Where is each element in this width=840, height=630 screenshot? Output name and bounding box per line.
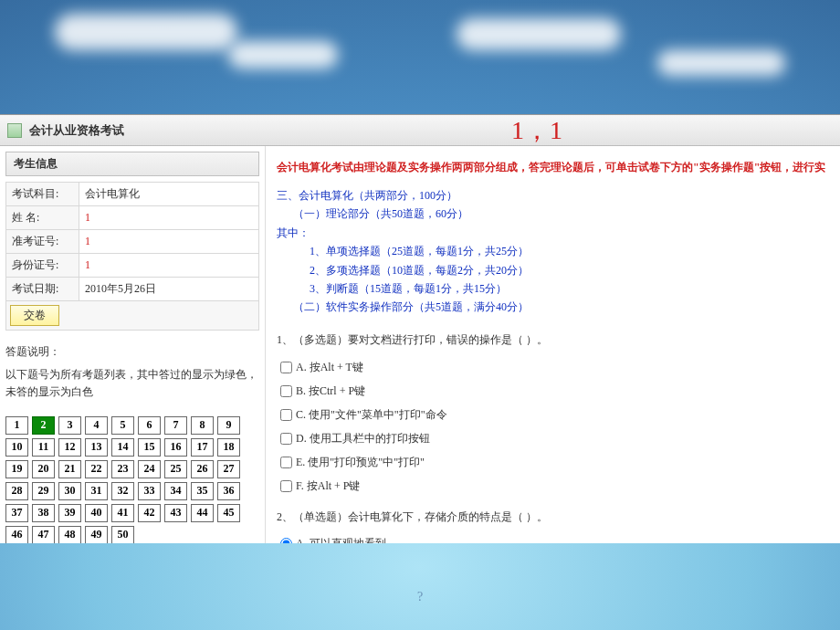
question-cell-34[interactable]: 34 (164, 482, 187, 500)
q1-checkbox-b[interactable] (280, 385, 292, 397)
submit-button[interactable]: 交卷 (10, 305, 59, 326)
question-cell-6[interactable]: 6 (138, 416, 161, 435)
question-cell-33[interactable]: 33 (138, 482, 161, 500)
row-name: 姓 名: 1 (6, 206, 259, 230)
question-cell-36[interactable]: 36 (217, 482, 240, 500)
question-grid: 1234567891011121314151617181920212223242… (5, 416, 259, 543)
question-cell-42[interactable]: 42 (138, 504, 161, 522)
struct-line-5: 2、多项选择题（10道题，每题2分，共20分） (277, 261, 829, 279)
background-clouds (0, 0, 840, 110)
left-panel: 考生信息 考试科目: 会计电算化 姓 名: 1 准考证号: 1 身份证号: 1 (0, 146, 265, 543)
question-cell-27[interactable]: 27 (217, 460, 240, 478)
question-cell-25[interactable]: 25 (164, 460, 187, 478)
question-cell-19[interactable]: 19 (5, 460, 28, 478)
red-marker: 1，1 (511, 113, 562, 148)
struct-line-4: 1、单项选择题（25道题，每题1分，共25分） (277, 242, 829, 260)
question-cell-24[interactable]: 24 (138, 460, 161, 478)
row-admission: 准考证号: 1 (6, 230, 259, 254)
q1-checkbox-a[interactable] (280, 362, 292, 373)
q1-option-a[interactable]: A. 按Alt + T键 (280, 360, 829, 375)
question-cell-15[interactable]: 15 (138, 438, 161, 457)
question-cell-21[interactable]: 21 (58, 460, 81, 478)
question-cell-48[interactable]: 48 (58, 526, 81, 543)
question-cell-45[interactable]: 45 (217, 504, 240, 522)
question-cell-2[interactable]: 2 (32, 416, 55, 435)
question-cell-47[interactable]: 47 (32, 526, 55, 543)
q1-option-b[interactable]: B. 按Ctrl + P键 (280, 383, 829, 399)
question-cell-11[interactable]: 11 (32, 438, 55, 457)
question-cell-23[interactable]: 23 (111, 460, 134, 478)
question-cell-9[interactable]: 9 (217, 416, 240, 435)
question-cell-35[interactable]: 35 (191, 482, 214, 500)
struct-line-6: 3、判断题（15道题，每题1分，共15分） (277, 279, 829, 298)
question-cell-10[interactable]: 10 (5, 438, 28, 457)
right-panel: 会计电算化考试由理论题及实务操作两两部分组成，答完理论题后，可单击试卷下方的"实… (265, 146, 840, 543)
value-date: 2010年5月26日 (79, 278, 259, 301)
question-cell-3[interactable]: 3 (58, 416, 81, 435)
content-area: 考生信息 考试科目: 会计电算化 姓 名: 1 准考证号: 1 身份证号: 1 (0, 146, 840, 543)
q1-option-e[interactable]: E. 使用"打印预览"中"打印" (280, 455, 829, 470)
q1-option-d[interactable]: D. 使用工具栏中的打印按钮 (280, 431, 829, 446)
question-cell-14[interactable]: 14 (111, 438, 134, 457)
label-admission: 准考证号: (6, 230, 79, 254)
window-title: 会计从业资格考试 (29, 122, 124, 139)
struct-line-3: 其中： (277, 224, 829, 242)
q1-checkbox-e[interactable] (280, 457, 292, 468)
question-cell-13[interactable]: 13 (85, 438, 108, 457)
question-cell-40[interactable]: 40 (85, 504, 108, 522)
question-cell-39[interactable]: 39 (58, 504, 81, 522)
question-cell-31[interactable]: 31 (85, 482, 108, 500)
question-cell-41[interactable]: 41 (111, 504, 134, 522)
question-cell-22[interactable]: 22 (85, 460, 108, 478)
question-cell-26[interactable]: 26 (191, 460, 214, 478)
question-cell-28[interactable]: 28 (5, 482, 28, 500)
question-cell-37[interactable]: 37 (5, 504, 28, 522)
q1-checkbox-f[interactable] (280, 480, 292, 492)
question-cell-46[interactable]: 46 (5, 526, 28, 543)
question-cell-38[interactable]: 38 (32, 504, 55, 522)
label-id: 身份证号: (6, 254, 79, 278)
question-cell-12[interactable]: 12 (58, 438, 81, 457)
exam-structure: 三、会计电算化（共两部分，100分） （一）理论部分（共50道题，60分） 其中… (277, 186, 829, 317)
row-submit: 交卷 (6, 301, 259, 331)
question-cell-50[interactable]: 50 (111, 526, 134, 543)
question-cell-1[interactable]: 1 (5, 416, 28, 435)
q1-option-f[interactable]: F. 按Alt + P键 (280, 478, 829, 494)
exam-window: 会计从业资格考试 1，1 考生信息 考试科目: 会计电算化 姓 名: 1 准考证… (0, 114, 840, 543)
q2-stem: 2、（单选题）会计电算化下，存储介质的特点是（ ）。 (277, 507, 829, 528)
app-icon (7, 123, 22, 138)
row-date: 考试日期: 2010年5月26日 (6, 278, 259, 301)
question-cell-8[interactable]: 8 (191, 416, 214, 435)
q2-radio-a[interactable] (280, 538, 292, 543)
q2-options: A. 可以直观地看到 (280, 536, 829, 543)
question-cell-49[interactable]: 49 (85, 526, 108, 543)
question-cell-4[interactable]: 4 (85, 416, 108, 435)
question-cell-44[interactable]: 44 (191, 504, 214, 522)
question-cell-16[interactable]: 16 (164, 438, 187, 457)
q1-stem: 1、（多选题）要对文档进行打印，错误的操作是（ ）。 (277, 330, 829, 351)
q1-option-c[interactable]: C. 使用"文件"菜单中"打印"命令 (280, 407, 829, 423)
q1-checkbox-d[interactable] (280, 433, 292, 445)
instructions-body: 以下题号为所有考题列表，其中答过的显示为绿色，未答的显示为白色 (5, 366, 259, 401)
value-admission: 1 (79, 230, 259, 254)
label-subject: 考试科目: (6, 183, 79, 206)
q1-checkbox-c[interactable] (280, 409, 292, 421)
struct-line-1: 三、会计电算化（共两部分，100分） (277, 186, 829, 205)
label-date: 考试日期: (6, 278, 79, 301)
question-cell-32[interactable]: 32 (111, 482, 134, 500)
instructions-title: 答题说明： (5, 343, 259, 361)
question-cell-5[interactable]: 5 (111, 416, 134, 435)
q2-option-a[interactable]: A. 可以直观地看到 (280, 536, 829, 543)
question-cell-18[interactable]: 18 (217, 438, 240, 457)
struct-line-7: （二）软件实务操作部分（共5道题，满分40分） (277, 298, 829, 316)
question-cell-20[interactable]: 20 (32, 460, 55, 478)
value-subject: 会计电算化 (79, 183, 259, 206)
question-cell-29[interactable]: 29 (32, 482, 55, 500)
question-cell-30[interactable]: 30 (58, 482, 81, 500)
question-cell-43[interactable]: 43 (164, 504, 187, 522)
titlebar: 会计从业资格考试 1，1 (0, 115, 840, 146)
instructions: 答题说明： 以下题号为所有考题列表，其中答过的显示为绿色，未答的显示为白色 (5, 343, 259, 402)
row-id: 身份证号: 1 (6, 254, 259, 278)
question-cell-17[interactable]: 17 (191, 438, 214, 457)
question-cell-7[interactable]: 7 (164, 416, 187, 435)
